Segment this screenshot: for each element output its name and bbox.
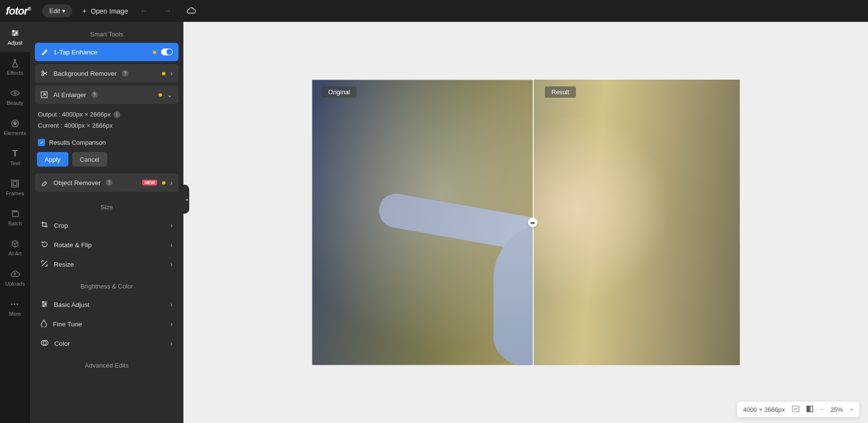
rail-effects[interactable]: Effects xyxy=(0,52,30,82)
chevron-right-icon: › xyxy=(170,221,173,229)
edit-dropdown[interactable]: Edit ▾ xyxy=(42,4,72,17)
cancel-button[interactable]: Cancel xyxy=(72,152,107,167)
tool-color[interactable]: Color› xyxy=(35,334,179,353)
svg-point-3 xyxy=(14,92,16,94)
scissors-icon xyxy=(41,70,49,77)
palette-icon xyxy=(41,339,49,348)
check-icon: ✓ xyxy=(38,139,45,146)
open-image-button[interactable]: ＋ Open Image xyxy=(81,7,128,16)
tool-crop[interactable]: Crop› xyxy=(35,216,179,235)
chevron-right-icon: › xyxy=(170,339,173,347)
svg-point-11 xyxy=(43,302,44,303)
upload-icon xyxy=(10,269,20,279)
output-size-label: Output : 4000px × 2666px xyxy=(38,111,111,118)
section-brightness: Brightness & Color xyxy=(35,274,179,295)
rail-frames[interactable]: Frames xyxy=(0,172,30,203)
undo-button[interactable]: ← xyxy=(137,6,151,16)
tool-resize[interactable]: Resize› xyxy=(35,254,179,274)
premium-dot-icon xyxy=(162,72,165,75)
left-rail: Adjust Effects Beauty Elements T Text Fr… xyxy=(0,22,30,423)
logo: fotor® xyxy=(6,5,33,17)
svg-point-9 xyxy=(42,74,44,76)
status-dimensions: 4000 × 2666px xyxy=(743,406,785,413)
section-smart-tools: Smart Tools xyxy=(35,22,179,43)
text-icon: T xyxy=(10,149,20,158)
new-badge: NEW xyxy=(142,180,157,186)
fit-screen-icon[interactable] xyxy=(792,406,800,414)
eye-icon xyxy=(10,88,20,98)
svg-point-2 xyxy=(14,34,16,36)
cube-icon xyxy=(10,239,20,249)
star-icon xyxy=(10,118,20,128)
apply-button[interactable]: Apply xyxy=(37,152,68,167)
wand-icon xyxy=(41,49,49,55)
sliders-icon xyxy=(10,28,20,38)
enlarger-settings: Output : 4000px × 2666pxi Current : 4000… xyxy=(35,107,179,136)
chevron-right-icon: › xyxy=(170,69,173,77)
rotate-icon xyxy=(41,240,48,249)
chevron-right-icon: › xyxy=(170,260,173,268)
zoom-out-button[interactable]: − xyxy=(820,406,824,413)
chevron-down-icon: ⌄ xyxy=(167,91,173,99)
rail-more[interactable]: ••• More xyxy=(0,293,30,323)
zoom-in-button[interactable]: + xyxy=(850,406,853,413)
image-canvas[interactable]: Original Result ◂▸ xyxy=(312,80,740,365)
tool-1tap-enhance[interactable]: 1-Tap Enhance xyxy=(35,43,179,61)
chevron-right-icon: › xyxy=(170,301,173,308)
premium-dot-icon xyxy=(159,93,162,97)
original-label: Original xyxy=(322,86,357,98)
rail-beauty[interactable]: Beauty xyxy=(0,82,30,112)
help-icon[interactable]: ? xyxy=(106,179,113,186)
rail-ai-art[interactable]: AI Art xyxy=(0,233,30,263)
canvas-area: Original Result ◂▸ 4000 × 2666px − 25% + xyxy=(183,22,868,423)
svg-point-8 xyxy=(42,71,44,73)
zoom-level: 25% xyxy=(830,406,843,413)
svg-rect-18 xyxy=(810,406,813,412)
rail-uploads[interactable]: Uploads xyxy=(0,263,30,293)
help-icon[interactable]: ? xyxy=(122,70,129,77)
help-icon[interactable]: ? xyxy=(91,91,98,98)
redo-button[interactable]: → xyxy=(160,6,175,16)
svg-rect-17 xyxy=(807,406,809,412)
tool-bg-remover[interactable]: Background Remover ? › xyxy=(35,64,179,83)
chevron-right-icon: › xyxy=(170,179,173,186)
cloud-sync-icon[interactable] xyxy=(183,7,199,16)
tool-fine-tune[interactable]: Fine Tune› xyxy=(35,314,179,334)
rail-elements[interactable]: Elements xyxy=(0,112,30,142)
eraser-icon xyxy=(41,179,49,186)
svg-rect-7 xyxy=(13,212,18,217)
enhance-toggle[interactable] xyxy=(161,49,173,55)
rail-text[interactable]: T Text xyxy=(0,142,30,172)
adjust-panel: Smart Tools 1-Tap Enhance Background Rem… xyxy=(30,22,183,423)
svg-point-13 xyxy=(43,305,45,307)
results-comparison-checkbox[interactable]: ✓ Results Comparison xyxy=(38,139,176,146)
crop-icon xyxy=(41,221,48,230)
current-size-label: Current : 4000px × 2666px xyxy=(38,122,113,129)
svg-point-0 xyxy=(13,31,15,32)
plus-icon: ＋ xyxy=(81,7,88,16)
premium-dot-icon xyxy=(162,181,165,185)
svg-rect-6 xyxy=(13,182,17,186)
rail-adjust[interactable]: Adjust xyxy=(0,22,30,52)
frame-icon xyxy=(10,179,20,188)
tool-rotate-flip[interactable]: Rotate & Flip› xyxy=(35,235,179,254)
compare-slider-handle[interactable]: ◂▸ xyxy=(528,218,538,227)
tool-ai-enlarger[interactable]: AI Enlarger ? ⌄ xyxy=(35,85,179,104)
dots-icon: ••• xyxy=(10,299,20,309)
chevron-right-icon: › xyxy=(170,241,173,249)
collapse-panel-button[interactable]: ◂ xyxy=(183,185,189,214)
sliders-icon xyxy=(41,300,48,309)
flask-icon xyxy=(10,58,20,68)
rail-batch[interactable]: Batch xyxy=(0,203,30,233)
enlarge-icon xyxy=(41,91,49,98)
compare-icon[interactable] xyxy=(806,405,813,414)
section-advanced: Advanced Edits xyxy=(35,353,179,374)
drop-icon xyxy=(41,320,47,329)
svg-point-12 xyxy=(45,304,47,305)
tool-object-remover[interactable]: Object Remover ? NEW › xyxy=(35,173,179,192)
info-icon[interactable]: i xyxy=(114,111,120,118)
chevron-right-icon: › xyxy=(170,320,173,328)
svg-rect-5 xyxy=(12,180,18,187)
status-bar: 4000 × 2666px − 25% + xyxy=(737,402,859,417)
tool-basic-adjust[interactable]: Basic Adjust› xyxy=(35,295,179,314)
